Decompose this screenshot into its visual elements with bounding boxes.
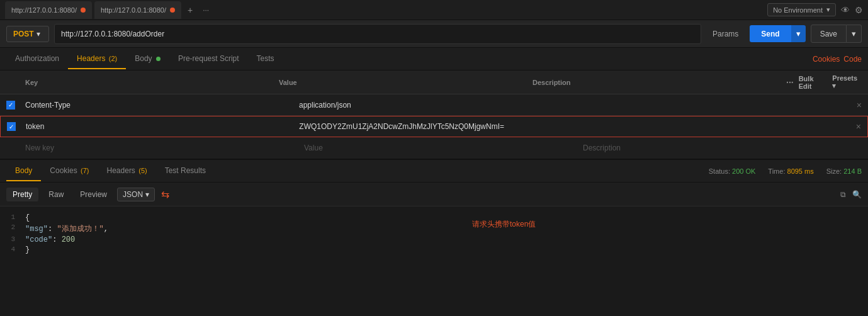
browser-tab-2[interactable]: http://127.0.0.1:8080/ [94,1,181,19]
search-icon[interactable]: 🔍 [852,190,862,199]
tab-body[interactable]: Body [126,49,169,69]
response-body-code: 1 { 2 "msg": "添加成功！", 3 "code": 200 4 } [0,206,868,282]
code-line-1: 1 { [0,213,868,223]
header-row-content-type: Content-Type application/json × [0,94,868,116]
url-input[interactable] [54,24,701,44]
new-value-field[interactable]: Value [304,144,583,152]
tab-pre-request[interactable]: Pre-request Script [169,49,248,69]
token-hint: 请求头携带token值 [472,219,536,230]
body-raw-tab[interactable]: Raw [42,188,70,201]
code-link[interactable]: Code [843,55,862,64]
method-text: POST [13,30,34,38]
response-tabs: Body Cookies (7) Headers (5) Test Result… [0,160,868,183]
code-line-3: 3 "code": 200 [0,235,868,245]
env-dropdown-icon: ▾ [826,6,830,14]
status-value: 200 OK [732,167,755,175]
body-preview-tab[interactable]: Preview [74,188,113,201]
value-content-type[interactable]: application/json [299,101,573,110]
send-dropdown-button[interactable]: ▾ [791,25,806,42]
new-key-field[interactable]: New key [25,144,304,152]
tab-dot-2 [170,8,175,13]
header-row-token: token ZWQ1ODY2ZmU1ZjA2NDcwZmJhMzJlYTc5Nz… [0,116,868,137]
col-desc-label: Description [533,79,786,86]
new-desc-field[interactable]: Description [583,144,862,152]
browser-tab-1[interactable]: http://127.0.0.1:8080/ [5,1,92,19]
headers-col-header: Key Value Description ··· Bulk Edit Pres… [0,71,868,94]
key-content-type[interactable]: Content-Type [25,101,299,110]
method-dropdown-icon: ▾ [37,30,40,38]
size-label: Size: 214 B [826,167,862,175]
params-button[interactable]: Params [706,26,745,42]
tab-headers[interactable]: Headers (2) [68,49,126,69]
res-tab-test-results[interactable]: Test Results [156,161,215,181]
res-tab-body[interactable]: Body [6,161,41,181]
delete-content-type[interactable]: × [847,100,862,110]
env-label: No Environment [773,6,823,14]
tab-add-button[interactable]: + [184,4,196,16]
status-label: Status: 200 OK [709,167,756,175]
size-value: 214 B [843,167,862,175]
delete-token[interactable]: × [846,121,861,132]
tab-dot-1 [81,8,86,13]
time-value: 8095 ms [787,167,814,175]
col-key-label: Key [25,79,279,86]
save-dropdown-button[interactable]: ▾ [847,25,862,43]
gear-icon[interactable]: ⚙ [855,5,863,15]
cookies-link[interactable]: Cookies [813,55,840,64]
copy-icon[interactable]: ⧉ [840,190,846,199]
bulk-edit-button[interactable]: Bulk Edit [799,75,828,90]
checkbox-content-type[interactable] [6,101,25,110]
request-tabs: Authorization Headers (2) Body Pre-reque… [0,48,868,71]
url-bar: POST ▾ Params Send ▾ Save ▾ [0,20,868,48]
key-token[interactable]: token [26,122,299,131]
code-line-2: 2 "msg": "添加成功！", [0,223,868,235]
eye-icon[interactable]: 👁 [841,5,850,15]
res-tab-cookies[interactable]: Cookies (7) [41,161,98,181]
wrap-icon[interactable]: ⇆ [161,188,169,200]
method-button[interactable]: POST ▾ [6,26,49,42]
tab-authorization[interactable]: Authorization [6,49,68,69]
new-header-row: New key Value Description [0,137,868,159]
body-toolbar: Pretty Raw Preview JSON ▾ ⇆ ⧉ 🔍 [0,183,868,206]
res-tab-headers[interactable]: Headers (5) [98,161,156,181]
tab-url-1: http://127.0.0.1:8080/ [11,6,77,14]
col-value-label: Value [279,79,533,86]
tab-tests[interactable]: Tests [248,49,283,69]
send-button[interactable]: Send [750,25,791,42]
env-select[interactable]: No Environment ▾ [767,3,836,16]
format-dropdown-icon: ▾ [145,190,149,199]
presets-button[interactable]: Presets ▾ [832,74,862,90]
response-section: Body Cookies (7) Headers (5) Test Result… [0,159,868,282]
headers-table: Key Value Description ··· Bulk Edit Pres… [0,71,868,159]
three-dots-icon: ··· [786,77,794,87]
checkbox-token[interactable] [7,122,26,131]
tab-url-2: http://127.0.0.1:8080/ [101,6,166,14]
body-dot [156,57,161,61]
format-select[interactable]: JSON ▾ [117,188,155,201]
tab-more-button[interactable]: ··· [199,4,213,16]
time-label: Time: 8095 ms [768,167,813,175]
value-token[interactable]: ZWQ1ODY2ZmU1ZjA2NDcwZmJhMzJlYTc5NzQ0Mjgw… [299,122,572,131]
save-button[interactable]: Save [811,25,847,43]
code-line-4: 4 } [0,245,868,255]
body-pretty-tab[interactable]: Pretty [6,188,38,201]
